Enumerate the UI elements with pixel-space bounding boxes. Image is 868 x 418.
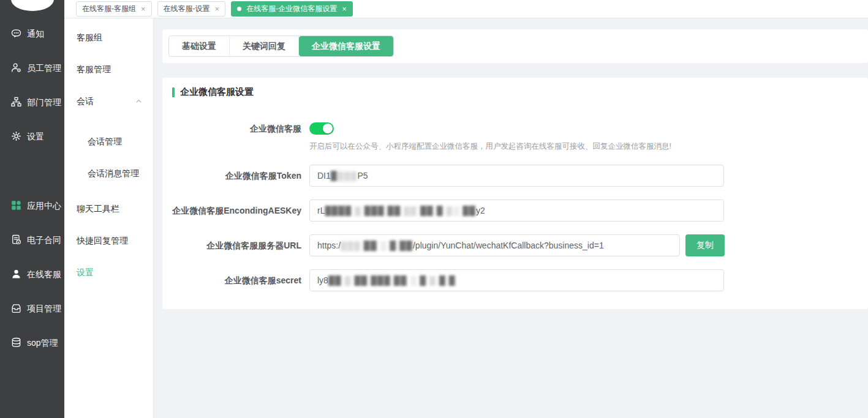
contract-icon <box>11 234 21 247</box>
toggle-label: 企业微信客服 <box>162 122 309 152</box>
sidebar-item-label: 电子合同 <box>27 235 61 246</box>
tab-basic-settings[interactable]: 基础设置 <box>169 36 230 56</box>
sidebar-item-label: 通知 <box>27 29 44 40</box>
aeskey-row: 企业微信客服EncondingAESKey rL ████ ▒ ███ ██ ▒… <box>162 200 868 222</box>
app-logo <box>11 0 54 11</box>
primary-sidebar: 通知 员工管理 部门管理 设置 应用中心 <box>0 0 64 418</box>
value-suffix: P5 <box>357 171 368 181</box>
wechat-kf-toggle[interactable] <box>309 122 334 135</box>
tray-icon <box>11 303 21 315</box>
submenu-label: 客服管理 <box>77 64 111 75</box>
session-tabbar: 在线客服-客服组 × 在线客服-设置 × 在线客服-企业微信客服设置 × <box>64 0 868 18</box>
sidebar-item-employees[interactable]: 员工管理 <box>0 51 64 86</box>
submenu-item-quick-reply[interactable]: 快捷回复管理 <box>64 225 153 257</box>
value-suffix: y2 <box>476 206 485 215</box>
submenu-label: 会话 <box>77 96 94 107</box>
section-title: 企业微信客服设置 <box>180 86 254 98</box>
tabs-toolbar: 基础设置 关键词回复 企业微信客服设置 <box>162 29 868 63</box>
main-content: 基础设置 关键词回复 企业微信客服设置 企业微信客服设置 企业微信客服 开启后可… <box>154 18 868 418</box>
toggle-hint-text: 开启后可以在公众号、小程序端配置企业微信客服，用户发起咨询在线客服可接收、回复企… <box>309 141 671 152</box>
chevron-up-icon[interactable] <box>135 97 142 106</box>
sidebar-item-departments[interactable]: 部门管理 <box>0 86 64 120</box>
employee-icon <box>11 62 21 75</box>
submenu-item-service-groups[interactable]: 客服组 <box>64 22 153 54</box>
submenu-item-sessions[interactable]: 会话 <box>64 86 153 118</box>
database-icon <box>11 337 21 349</box>
sidebar-item-online-service[interactable]: 在线客服 <box>0 258 64 292</box>
close-tab-icon[interactable]: × <box>342 5 347 13</box>
wechat-kf-settings-card: 企业微信客服设置 企业微信客服 开启后可以在公众号、小程序端配置企业微信客服，用… <box>162 78 868 309</box>
copy-url-button[interactable]: 复制 <box>685 234 725 256</box>
app-grid-icon <box>11 200 21 212</box>
submenu-label: 会话消息管理 <box>88 168 139 179</box>
sidebar-item-label: 员工管理 <box>27 63 61 74</box>
sidebar-item-label: 设置 <box>27 132 44 143</box>
sidebar-item-label: 应用中心 <box>27 201 61 212</box>
tab-wechat-kf-settings[interactable]: 企业微信客服设置 <box>299 36 393 56</box>
server-url-row: 企业微信客服服务器URL https:/ ▒▒▒ ██ ░ █ ██ /plug… <box>162 234 868 256</box>
submenu-item-session-management[interactable]: 会话管理 <box>64 126 153 158</box>
sidebar-item-e-contract[interactable]: 电子合同 <box>0 223 64 258</box>
session-tab-label: 在线客服-企业微信客服设置 <box>246 4 337 14</box>
session-tab-kefuzu[interactable]: 在线客服-客服组 × <box>76 1 152 17</box>
token-input[interactable]: DI1 █▒▒▒ P5 <box>309 165 724 187</box>
value-prefix: https:/ <box>317 241 341 250</box>
toggle-row: 企业微信客服 开启后可以在公众号、小程序端配置企业微信客服，用户发起咨询在线客服… <box>162 122 868 152</box>
submenu-label: 设置 <box>77 267 94 278</box>
aeskey-input[interactable]: rL ████ ▒ ███ ██ ▒▒ ██ █ ▒░ ██y2 <box>309 200 724 222</box>
value-suffix: /plugin/YunChat/wechatKfCallback?busines… <box>413 241 604 250</box>
submenu-label: 快捷回复管理 <box>77 236 128 247</box>
close-tab-icon[interactable]: × <box>215 5 220 13</box>
session-tab-label: 在线客服-设置 <box>164 4 210 14</box>
sidebar-item-label: 项目管理 <box>27 304 61 315</box>
session-tab-label: 在线客服-客服组 <box>82 4 136 14</box>
sidebar-item-label: sop管理 <box>27 338 58 349</box>
submenu-label: 聊天工具栏 <box>77 204 119 215</box>
person-icon <box>11 269 21 281</box>
redacted-value: ████ ▒ ███ ██ ▒▒ ██ █ ▒░ ██ <box>325 206 476 215</box>
secondary-sidebar: 客服组 客服管理 会话 会话管理 会话消息管理 聊天工具栏 快捷回复管理 设置 <box>64 18 154 418</box>
active-tab-dot-icon <box>237 7 241 11</box>
secret-label: 企业微信客服secret <box>162 269 309 291</box>
server-url-input[interactable]: https:/ ▒▒▒ ██ ░ █ ██ /plugin/YunChat/we… <box>309 234 680 256</box>
chat-bubble-icon <box>11 28 21 40</box>
sidebar-item-settings[interactable]: 设置 <box>0 120 64 154</box>
secret-input[interactable]: ly8██ ▒ ██ ███ ██ ░ █ ▒ █ █ <box>309 269 724 291</box>
value-prefix: rL <box>317 206 325 215</box>
sidebar-item-sop[interactable]: sop管理 <box>0 326 64 360</box>
tab-keyword-reply[interactable]: 关键词回复 <box>230 36 299 56</box>
settings-tab-group: 基础设置 关键词回复 企业微信客服设置 <box>168 35 394 57</box>
submenu-item-chat-toolbar[interactable]: 聊天工具栏 <box>64 193 153 225</box>
redacted-value: ██ ▒ ██ ███ ██ ░ █ ▒ █ █ <box>328 275 456 285</box>
gear-icon <box>11 131 21 143</box>
value-prefix: DI1 <box>317 171 331 181</box>
redacted-value: █▒▒▒ <box>331 171 358 181</box>
close-tab-icon[interactable]: × <box>141 5 146 13</box>
secret-row: 企业微信客服secret ly8██ ▒ ██ ███ ██ ░ █ ▒ █ █ <box>162 269 868 291</box>
submenu-item-service-management[interactable]: 客服管理 <box>64 54 153 86</box>
submenu-item-session-message-management[interactable]: 会话消息管理 <box>64 158 153 190</box>
sidebar-item-projects[interactable]: 项目管理 <box>0 292 64 326</box>
session-tab-shezhi[interactable]: 在线客服-设置 × <box>157 1 226 17</box>
aeskey-label: 企业微信客服EncondingAESKey <box>162 200 309 222</box>
server-url-label: 企业微信客服服务器URL <box>162 234 309 256</box>
toggle-knob <box>323 124 333 133</box>
sidebar-item-label: 在线客服 <box>27 269 61 280</box>
sidebar-item-app-center[interactable]: 应用中心 <box>0 189 64 223</box>
sidebar-item-label: 部门管理 <box>27 97 61 108</box>
submenu-label: 会话管理 <box>88 136 122 147</box>
value-prefix: ly8 <box>317 275 328 285</box>
sidebar-item-notifications[interactable]: 通知 <box>0 17 64 51</box>
session-tab-wechat-kf-settings[interactable]: 在线客服-企业微信客服设置 × <box>231 1 353 17</box>
token-row: 企业微信客服Token DI1 █▒▒▒ P5 <box>162 165 868 187</box>
submenu-item-settings[interactable]: 设置 <box>64 257 153 289</box>
section-accent-bar <box>172 88 175 97</box>
submenu-label: 客服组 <box>77 32 102 43</box>
token-label: 企业微信客服Token <box>162 165 309 187</box>
redacted-value: ▒▒▒ ██ ░ █ ██ <box>341 241 413 250</box>
org-tree-icon <box>11 97 21 109</box>
